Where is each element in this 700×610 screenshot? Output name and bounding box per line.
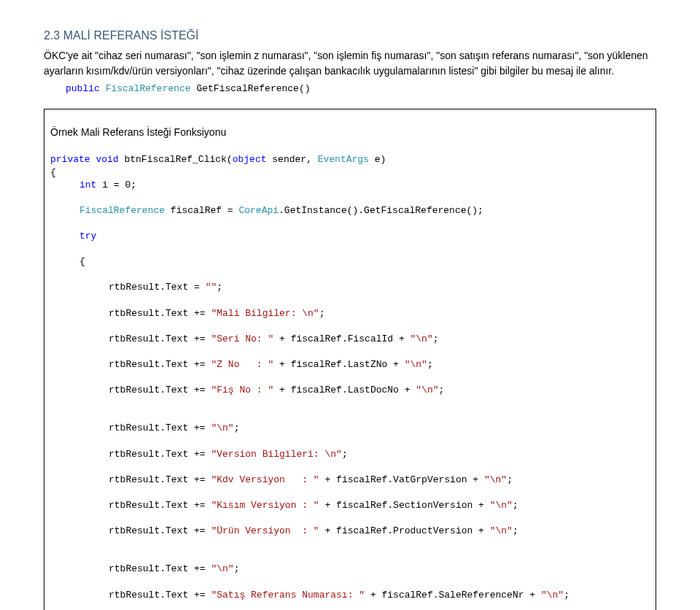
code: ; bbox=[234, 563, 240, 574]
brace: { bbox=[50, 167, 56, 178]
str: "\n" bbox=[211, 422, 233, 433]
code: + fiscalRef.FiscalId + bbox=[273, 333, 410, 344]
str: "\n" bbox=[490, 525, 513, 536]
type: EventArgs bbox=[318, 154, 369, 165]
str: "" bbox=[206, 282, 217, 293]
type: CoreApi bbox=[238, 205, 279, 216]
kw: try bbox=[79, 231, 96, 242]
code: rtbResult.Text += bbox=[109, 474, 211, 485]
str: "Mali Bilgiler: \n" bbox=[211, 308, 319, 319]
str: "\n" bbox=[541, 590, 564, 601]
str: "\n" bbox=[490, 500, 513, 511]
code: rtbResult.Text += bbox=[109, 590, 211, 601]
code: fiscalRef = bbox=[165, 205, 238, 216]
code: rtbResult.Text += bbox=[109, 525, 211, 536]
kw: private bbox=[50, 154, 90, 165]
brace: { bbox=[50, 255, 650, 269]
code: rtbResult.Text = bbox=[109, 282, 206, 293]
code: ; bbox=[564, 590, 569, 601]
code: ; bbox=[217, 282, 222, 293]
code: ; bbox=[439, 385, 445, 395]
str: "Seri No: " bbox=[211, 333, 273, 344]
code: e) bbox=[369, 154, 386, 165]
section-heading: 2.3 MALİ REFERANS İSTEĞİ bbox=[44, 29, 656, 42]
code: i = 0; bbox=[96, 179, 136, 190]
str: "\n" bbox=[484, 474, 507, 485]
code: rtbResult.Text += bbox=[109, 308, 211, 319]
code: + fiscalRef.VatGrpVersion + bbox=[319, 474, 484, 485]
code: ; bbox=[513, 500, 518, 511]
str: "\n" bbox=[416, 385, 438, 395]
code: ; bbox=[342, 449, 348, 460]
type-name: FiscalReference bbox=[106, 83, 191, 94]
str: "Kısım Versiyon : " bbox=[211, 500, 319, 511]
code: ; bbox=[507, 474, 513, 485]
code: .GetInstance().GetFiscalReference(); bbox=[279, 205, 483, 216]
str: "Z No : " bbox=[211, 359, 273, 370]
code: + fiscalRef.SectionVersion + bbox=[319, 500, 490, 511]
method-name: GetFiscalReference() bbox=[196, 83, 310, 94]
str: "Satış Referans Numarası: " bbox=[211, 590, 365, 601]
kw: void bbox=[96, 154, 118, 165]
code: rtbResult.Text += bbox=[109, 333, 211, 344]
intro-paragraph: ÖKC'ye ait "cihaz seri numarası", "son i… bbox=[44, 48, 656, 79]
code-box-title: Örnek Mali Referans İsteği Fonksiyonu bbox=[50, 126, 650, 139]
code: sender, bbox=[266, 154, 317, 165]
type: FiscalReference bbox=[79, 205, 165, 216]
str: "\n" bbox=[405, 359, 427, 370]
str: "Fiş No : " bbox=[211, 385, 273, 395]
kw: int bbox=[79, 179, 96, 190]
keyword-public: public bbox=[66, 83, 100, 94]
str: "Kdv Versiyon : " bbox=[211, 474, 319, 485]
code: + fiscalRef.ProductVersion + bbox=[319, 525, 490, 536]
code: + fiscalRef.SaleReferenceNr + bbox=[365, 590, 541, 601]
code: ; bbox=[234, 422, 240, 433]
method-signature: public FiscalReference GetFiscalReferenc… bbox=[66, 83, 656, 94]
code: + fiscalRef.LastDocNo + bbox=[273, 385, 416, 395]
code: rtbResult.Text += bbox=[109, 563, 211, 574]
str: "Ürün Versiyon : " bbox=[211, 525, 319, 536]
code: rtbResult.Text += bbox=[109, 385, 211, 395]
code: ; bbox=[513, 525, 518, 536]
str: "\n" bbox=[211, 563, 233, 574]
code: rtbResult.Text += bbox=[109, 359, 211, 370]
code: rtbResult.Text += bbox=[109, 500, 211, 511]
code: ; bbox=[433, 333, 439, 344]
code: rtbResult.Text += bbox=[109, 449, 211, 460]
kw: object bbox=[233, 154, 267, 165]
code: ; bbox=[319, 308, 325, 319]
str: "Version Bilgileri: \n" bbox=[211, 449, 341, 460]
code: rtbResult.Text += bbox=[109, 422, 211, 433]
code-example-box: Örnek Mali Referans İsteği Fonksiyonu pr… bbox=[44, 109, 656, 610]
code: ; bbox=[427, 359, 433, 370]
str: "\n" bbox=[411, 333, 433, 344]
code: btnFiscalRef_Click( bbox=[119, 154, 233, 165]
code: + fiscalRef.LastZNo + bbox=[273, 359, 404, 370]
